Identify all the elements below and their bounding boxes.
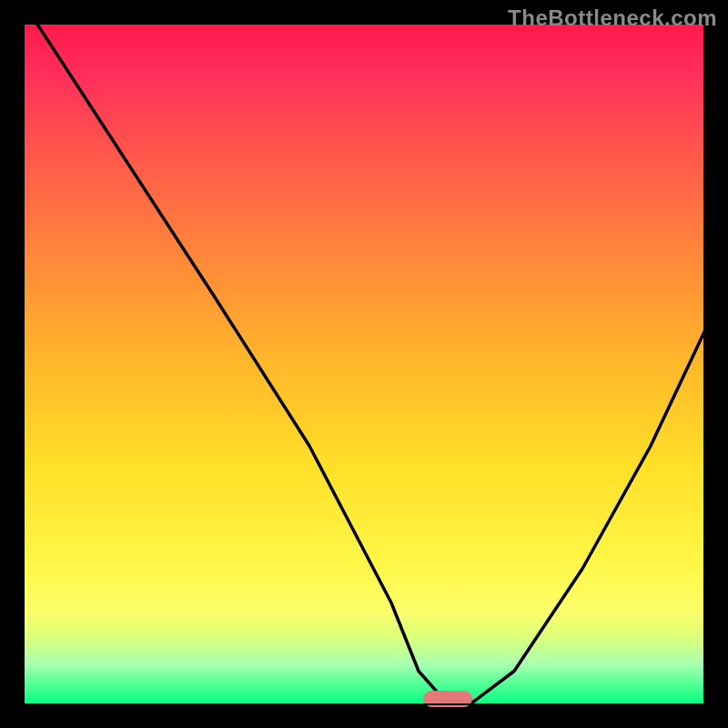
bottleneck-curve (23, 23, 705, 705)
optimal-marker (423, 691, 472, 707)
curve-path (36, 23, 705, 702)
chart-outer: TheBottleneck.com (0, 0, 728, 728)
watermark-label: TheBottleneck.com (508, 5, 717, 31)
plot-area (23, 23, 705, 705)
